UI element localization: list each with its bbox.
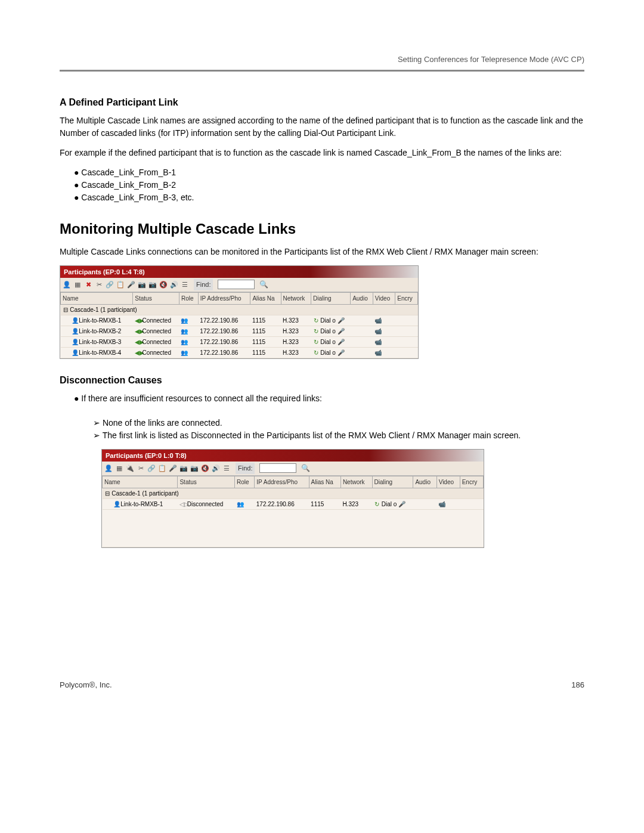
sub-list: None of the links are connected. The fir… [60, 417, 584, 442]
table-row[interactable]: 👤 Link-to-RMXB-3 ◀▶ Connected 👥 172.22.1… [61, 336, 418, 347]
cell: Dial o [382, 501, 397, 507]
group-label: Cascade-1 (1 participant) [112, 490, 178, 497]
audio-on-icon[interactable]: 🔊 [212, 464, 220, 472]
page-footer: Polycom®, Inc. 186 [60, 679, 584, 691]
mic-icon[interactable]: 🎤 [169, 464, 177, 472]
col-audio[interactable]: Audio [413, 476, 436, 488]
mic-icon[interactable]: 🎤 [127, 280, 135, 289]
disconnect-icon[interactable]: 🔌 [126, 464, 134, 472]
video-icon: 📹 [374, 328, 382, 335]
col-alias[interactable]: Alias Na [250, 292, 281, 304]
heading-disconnection-causes: Disconnection Causes [60, 373, 584, 388]
col-network[interactable]: Network [340, 476, 372, 488]
disconnected-icon: ◁▷ [179, 500, 185, 509]
video-icon: 📹 [374, 339, 382, 345]
heading-monitoring-multiple-cascade-links: Monitoring Multiple Cascade Links [60, 218, 584, 240]
col-encry[interactable]: Encry [460, 476, 483, 488]
footer-left: Polycom®, Inc. [60, 679, 112, 691]
col-audio[interactable]: Audio [351, 292, 373, 304]
cut-icon[interactable]: ✂ [137, 464, 145, 472]
cell: 1115 [309, 498, 340, 509]
cell: Disconnected [187, 501, 224, 507]
cell: Connected [143, 339, 171, 345]
col-video[interactable]: Video [373, 292, 395, 304]
audio-icon: 🎤 [338, 337, 343, 346]
panel-titlebar: Participants (EP:0 L:0 T:8) [102, 450, 484, 462]
col-status[interactable]: Status [178, 476, 235, 488]
col-network[interactable]: Network [281, 292, 311, 304]
col-ip[interactable]: IP Address/Pho [198, 292, 250, 304]
properties-icon[interactable]: ▦ [115, 464, 123, 472]
cell: 172.22.190.86 [198, 347, 250, 358]
col-name[interactable]: Name [61, 292, 133, 304]
dial-icon: ↻ [313, 327, 319, 336]
cam-off-icon[interactable]: 📷 [190, 464, 199, 472]
properties-icon[interactable]: ▦ [73, 280, 82, 289]
search-icon[interactable]: 🔍 [301, 463, 310, 473]
audio-icon: 🎤 [338, 327, 343, 336]
paste-icon[interactable]: 📋 [116, 280, 125, 289]
cell: Dial o [320, 349, 336, 356]
list-icon[interactable]: ☰ [181, 280, 189, 289]
find-input[interactable] [259, 463, 296, 473]
col-name[interactable]: Name [103, 476, 178, 488]
col-dialing[interactable]: Dialing [311, 292, 351, 304]
cell: Dial o [320, 339, 336, 345]
cell: 1115 [250, 315, 281, 326]
group-row[interactable]: ⊟ Cascade-1 (1 participant) [103, 488, 484, 498]
cam-off-icon[interactable]: 📷 [148, 280, 157, 289]
table-row[interactable]: 👤 Link-to-RMXB-1 ◁▷ Disconnected 👥 172.2… [103, 498, 484, 509]
paragraph: For example if the defined participant t… [60, 147, 584, 159]
col-role[interactable]: Role [235, 476, 255, 488]
col-video[interactable]: Video [436, 476, 460, 488]
paste-icon[interactable]: 📋 [158, 464, 166, 472]
cell: 1115 [250, 326, 281, 336]
cam-on-icon[interactable]: 📷 [138, 280, 146, 289]
panel-titlebar: Participants (EP:0 L:4 T:8) [60, 266, 418, 278]
cell: Connected [143, 349, 171, 356]
cell: H.323 [281, 326, 311, 336]
participant-icon: 👤 [72, 348, 78, 357]
table-row[interactable]: 👤 Link-to-RMXB-4 ◀▶ Connected 👥 172.22.1… [61, 347, 418, 358]
col-dialing[interactable]: Dialing [372, 476, 413, 488]
audio-mute-icon[interactable]: 🔇 [159, 280, 168, 289]
col-role[interactable]: Role [179, 292, 198, 304]
search-icon[interactable]: 🔍 [259, 279, 268, 290]
add-participant-icon[interactable]: 👤 [104, 464, 113, 472]
audio-icon: 🎤 [338, 316, 343, 325]
add-participant-icon[interactable]: 👤 [63, 280, 71, 289]
list-icon[interactable]: ☰ [222, 464, 231, 472]
participant-icon: 👤 [72, 337, 78, 346]
find-input[interactable] [218, 280, 255, 289]
group-row[interactable]: ⊟ Cascade-1 (1 participant) [61, 304, 418, 315]
delete-icon[interactable]: ✖ [84, 280, 92, 289]
role-icon: 👥 [181, 327, 187, 336]
connected-icon: ◀▶ [135, 316, 141, 325]
link-icon[interactable]: 🔗 [106, 280, 114, 289]
list-item: If there are insufficient resources to c… [83, 392, 584, 405]
table-row[interactable]: 👤 Link-to-RMXB-2 ◀▶ Connected 👥 172.22.1… [61, 326, 418, 336]
cell: 172.22.190.86 [198, 326, 250, 336]
heading-defined-participant-link: A Defined Participant Link [60, 95, 584, 110]
col-status[interactable]: Status [133, 292, 179, 304]
link-icon[interactable]: 🔗 [147, 464, 156, 472]
col-alias[interactable]: Alias Na [309, 476, 340, 488]
header-rule [60, 70, 584, 72]
role-icon: 👥 [181, 337, 187, 346]
cut-icon[interactable]: ✂ [95, 280, 103, 289]
audio-on-icon[interactable]: 🔊 [170, 280, 178, 289]
dial-icon: ↻ [374, 500, 380, 509]
table-row[interactable]: 👤 Link-to-RMXB-1 ◀▶ Connected 👥 172.22.1… [61, 315, 418, 326]
col-encry[interactable]: Encry [395, 292, 418, 304]
list-item: Cascade_Link_From_B-2 [83, 179, 584, 191]
audio-mute-icon[interactable]: 🔇 [201, 464, 209, 472]
cell: H.323 [281, 347, 311, 358]
cell: H.323 [340, 498, 372, 509]
cell: Dial o [320, 328, 336, 335]
cell: Link-to-RMXB-1 [79, 317, 121, 324]
bullet-list: If there are insufficient resources to c… [60, 392, 584, 405]
cell: Dial o [320, 317, 336, 324]
paragraph: Multiple Cascade Links connections can b… [60, 246, 584, 258]
col-ip[interactable]: IP Address/Pho [255, 476, 309, 488]
cam-on-icon[interactable]: 📷 [179, 464, 188, 472]
